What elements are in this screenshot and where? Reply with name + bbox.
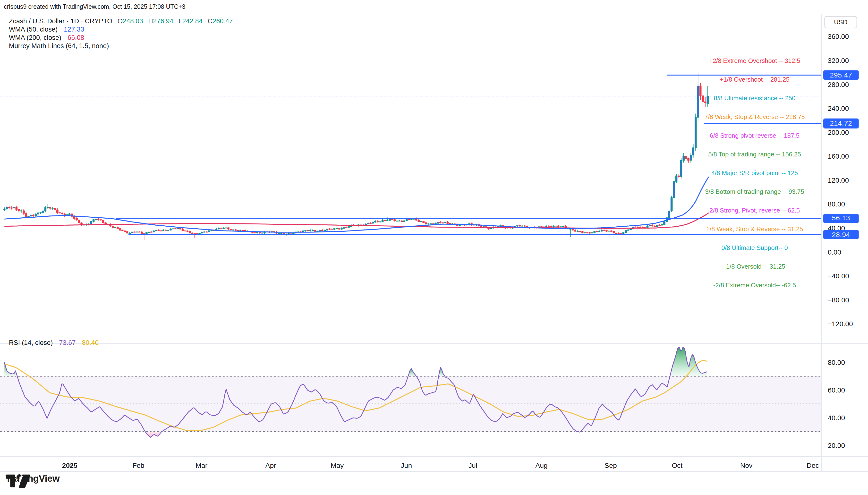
candle	[338, 228, 340, 229]
candle	[521, 226, 523, 226]
candle	[584, 233, 586, 233]
time-axis-label[interactable]: Apr	[265, 461, 276, 469]
candle	[225, 228, 227, 228]
candle	[62, 213, 63, 214]
wma50-value: 127.33	[64, 25, 84, 33]
candle	[33, 215, 34, 216]
price-axis-tick: 280.00	[828, 81, 849, 88]
candle	[678, 176, 679, 176]
chart-canvas[interactable]: +2/8 Extreme Overshoot -- 312.5+1/8 Over…	[0, 0, 868, 495]
candle	[95, 220, 97, 220]
candle	[606, 231, 607, 231]
candle	[391, 219, 393, 220]
time-axis-label[interactable]: Jun	[401, 461, 412, 469]
price-axis-tick: 320.00	[828, 56, 849, 64]
time-axis-label[interactable]: Oct	[672, 461, 682, 469]
candle	[278, 233, 280, 234]
rsi-label: RSI (14, close)	[9, 339, 53, 346]
murrey-row[interactable]: Murrey Math Lines (64, 1.5, none)	[9, 42, 233, 50]
candle	[122, 230, 123, 231]
candle	[199, 233, 201, 234]
candle	[401, 221, 403, 222]
candle	[4, 209, 5, 210]
candle	[153, 231, 155, 232]
candle	[591, 233, 593, 234]
candle	[447, 222, 448, 223]
candle	[136, 232, 138, 232]
time-axis-label[interactable]: Nov	[740, 461, 753, 469]
candle	[218, 228, 220, 229]
candle	[182, 229, 184, 231]
murrey-level-label: 5/8 Top of trading range -- 156.25	[708, 151, 801, 158]
candle	[326, 229, 328, 230]
wma50-row[interactable]: WMA (50, close) 127.33	[9, 25, 233, 34]
candle	[635, 227, 636, 227]
candle	[309, 230, 311, 231]
time-axis-label[interactable]: Feb	[132, 461, 144, 469]
candle	[692, 148, 694, 155]
price-badge: 56.13	[823, 214, 859, 223]
candle	[45, 208, 46, 211]
low-value: 242.84	[182, 17, 203, 25]
candle	[707, 96, 709, 103]
candle	[377, 221, 379, 222]
candle	[541, 227, 542, 227]
candle	[242, 230, 244, 231]
candle	[574, 230, 576, 232]
price-badge: 214.72	[823, 119, 859, 128]
candle	[331, 229, 333, 229]
tradingview-logo[interactable]: TradingView	[5, 473, 60, 484]
candle	[148, 232, 150, 233]
candle	[69, 214, 70, 215]
candle	[673, 182, 675, 198]
price-axis-tick: 200.00	[828, 129, 849, 136]
candle	[131, 232, 133, 233]
low-label: L	[178, 17, 182, 25]
murrey-level-label: 6/8 Strong pivot reverse -- 187.5	[710, 132, 799, 139]
candle	[172, 228, 174, 229]
time-axis-label[interactable]: May	[331, 461, 344, 469]
candle	[175, 228, 176, 229]
candle	[305, 230, 306, 231]
symbol-row[interactable]: Zcash / U.S. Dollar · 1D · CRYPTO O248.0…	[9, 17, 233, 25]
currency-toggle[interactable]: USD	[824, 16, 857, 28]
wma200-row[interactable]: WMA (200, close) 66.08	[9, 34, 233, 42]
murrey-level-label: 4/8 Major S/R pivot point -- 125	[711, 170, 798, 176]
candle	[625, 231, 627, 233]
candle	[16, 207, 17, 210]
murrey-level-label: 2/8 Strong, Pivot, reverse -- 62.5	[709, 207, 800, 214]
candle	[394, 220, 395, 221]
time-axis-label[interactable]: Jul	[468, 461, 477, 469]
time-axis-label[interactable]: Mar	[195, 461, 208, 469]
murrey-level-label: -2/8 Extreme Oversold-- -62.5	[713, 282, 796, 289]
candle	[119, 228, 121, 230]
high-value: 276.94	[153, 17, 173, 25]
rsi-axis-tick: 60.00	[828, 386, 845, 394]
rsi-legend[interactable]: RSI (14, close) 73.67 80.40	[9, 339, 99, 346]
candle	[601, 230, 603, 231]
candle	[257, 232, 258, 233]
time-axis-label[interactable]: Aug	[535, 461, 548, 469]
candle	[184, 231, 186, 231]
murrey-level-label: 0/8 Ultimate Support-- 0	[722, 244, 788, 251]
time-axis-label[interactable]: Dec	[806, 461, 819, 469]
candle	[490, 228, 492, 229]
candle	[627, 230, 629, 231]
candle	[35, 214, 37, 216]
candle	[290, 233, 292, 234]
time-axis-label[interactable]: Sep	[605, 461, 617, 469]
candle	[379, 222, 381, 222]
candle	[170, 229, 172, 230]
candle	[615, 233, 617, 234]
candle	[177, 228, 179, 229]
candle	[196, 234, 198, 234]
candle	[663, 222, 665, 224]
candle	[206, 232, 208, 232]
candle	[78, 220, 80, 223]
price-badge: 28.94	[823, 230, 859, 239]
candle	[100, 220, 102, 220]
time-axis-label[interactable]: 2025	[62, 461, 78, 469]
candle	[386, 221, 388, 221]
time-axis-labels[interactable]: 2025FebMarAprMayJunJulAugSepOctNovDec	[62, 461, 819, 469]
symbol-title: Zcash / U.S. Dollar · 1D · CRYPTO	[9, 17, 112, 25]
